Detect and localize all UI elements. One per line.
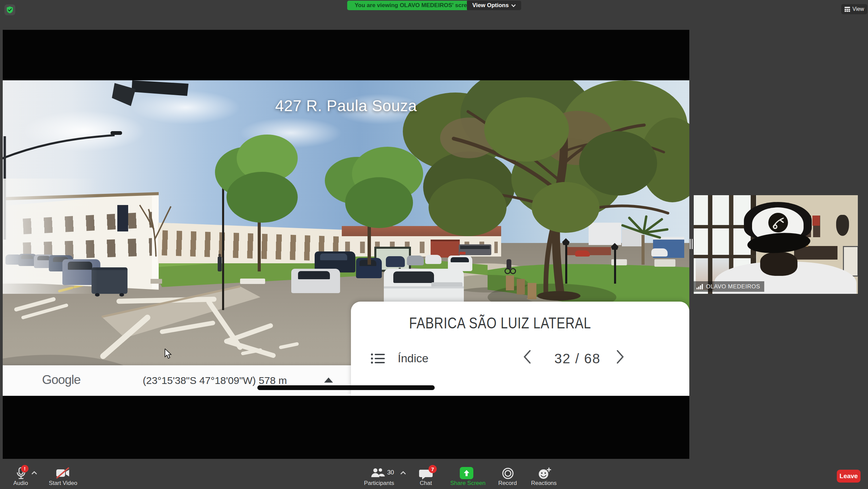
collapse-arrow-icon[interactable]	[324, 378, 333, 383]
start-video-label: Start Video	[49, 480, 77, 487]
share-screen-label: Share Screen	[450, 480, 486, 487]
view-options-label: View Options	[472, 2, 509, 9]
record-button[interactable]	[501, 467, 515, 480]
street-view-panorama[interactable]: 427 R. Paula Souza Google (23°15'38"S 47…	[3, 80, 689, 396]
viewing-screen-banner: You are viewing OLAVO MEDEIROS' screen	[347, 1, 481, 10]
list-icon	[371, 352, 386, 365]
start-video-button[interactable]	[54, 467, 75, 480]
leave-button[interactable]: Leave	[837, 470, 861, 483]
chat-label: Chat	[420, 480, 432, 487]
participant-video-thumbnail[interactable]: OLAVO MEDEIROS	[694, 195, 858, 294]
viewing-screen-banner-text: You are viewing OLAVO MEDEIROS' screen	[355, 2, 474, 9]
google-logo: Google	[42, 373, 80, 387]
record-icon	[501, 467, 515, 480]
encryption-shield-icon	[4, 4, 15, 15]
card-title: FABRICA SÃO LUIZ LATERAL	[378, 314, 623, 332]
haze	[3, 179, 98, 294]
share-up-arrow-icon	[463, 469, 470, 477]
cap-logo	[768, 213, 788, 232]
audio-label: Audio	[13, 480, 28, 487]
video-off-icon	[54, 467, 72, 479]
audio-alert-badge: !	[21, 465, 28, 472]
audio-button[interactable]: !	[14, 466, 34, 480]
participants-icon	[370, 468, 385, 478]
view-layout-button[interactable]: View	[841, 4, 867, 14]
caret-down-icon	[511, 4, 516, 7]
audio-options-caret-icon[interactable]	[31, 471, 37, 475]
reactions-button[interactable]	[537, 467, 552, 480]
participant-name: OLAVO MEDEIROS	[706, 283, 760, 290]
person-face-shadow	[760, 252, 797, 276]
chat-button[interactable]: 7	[418, 466, 439, 480]
participants-button[interactable]: 30	[370, 467, 408, 480]
pagination-count: 32 / 68	[554, 351, 600, 366]
view-label: View	[852, 6, 864, 12]
prev-page-button[interactable]	[520, 349, 533, 366]
record-label: Record	[498, 480, 517, 487]
participants-count: 30	[387, 469, 394, 476]
index-label: Índice	[398, 352, 429, 365]
index-button[interactable]: Índice	[371, 352, 429, 365]
mouse-cursor	[164, 349, 173, 359]
reactions-label: Reactions	[531, 480, 557, 487]
participants-caret-icon	[400, 471, 406, 475]
big-tree-foliage	[429, 179, 507, 236]
big-tree-foliage	[532, 182, 599, 233]
chevron-right-icon	[616, 349, 625, 364]
share-screen-button[interactable]	[460, 467, 473, 479]
chevron-left-icon	[522, 349, 531, 364]
shared-screen-stage: 427 R. Paula Souza Google (23°15'38"S 47…	[3, 30, 689, 459]
hanging-hat	[836, 215, 849, 236]
reactions-smiley-icon	[537, 467, 552, 480]
participant-name-label: OLAVO MEDEIROS	[694, 281, 764, 292]
horizontal-scrollbar[interactable]	[257, 385, 435, 390]
streetview-info-card: FABRICA SÃO LUIZ LATERAL Índice 32 / 68	[351, 302, 689, 396]
zoom-meeting-window: You are viewing OLAVO MEDEIROS' screen V…	[0, 0, 868, 489]
streetview-location-title: 427 R. Paula Souza	[3, 97, 689, 115]
next-page-button[interactable]	[614, 349, 627, 366]
signal-bars-icon	[696, 284, 703, 289]
participants-label: Participants	[364, 480, 394, 487]
picture-frame-red	[812, 216, 820, 226]
grid-icon	[845, 7, 850, 12]
window-frame	[694, 255, 756, 258]
chat-unread-badge: 7	[429, 465, 437, 473]
big-tree-foliage	[579, 131, 657, 196]
coordinates-text: (23°15'38"S 47°18'09"W) 578 m	[143, 375, 287, 386]
meeting-toolbar: ! Audio Start Video 30 Participants	[0, 465, 868, 489]
window-frame	[708, 195, 712, 294]
view-options-button[interactable]: View Options	[467, 1, 521, 10]
thumbnail-drag-handle[interactable]	[690, 239, 693, 249]
